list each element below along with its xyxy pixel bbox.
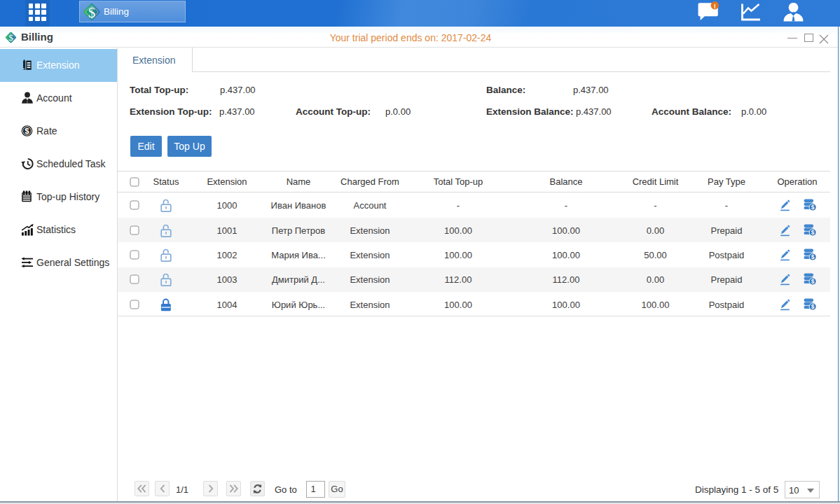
svg-text:$: $ [811,303,814,310]
svg-text:$: $ [811,279,814,286]
svg-text:$: $ [811,229,814,236]
svg-text:$: $ [25,127,29,135]
svg-text:$: $ [88,4,95,20]
svg-text:$: $ [811,253,814,260]
svg-text:!: ! [714,3,716,10]
svg-text:$: $ [811,204,814,211]
